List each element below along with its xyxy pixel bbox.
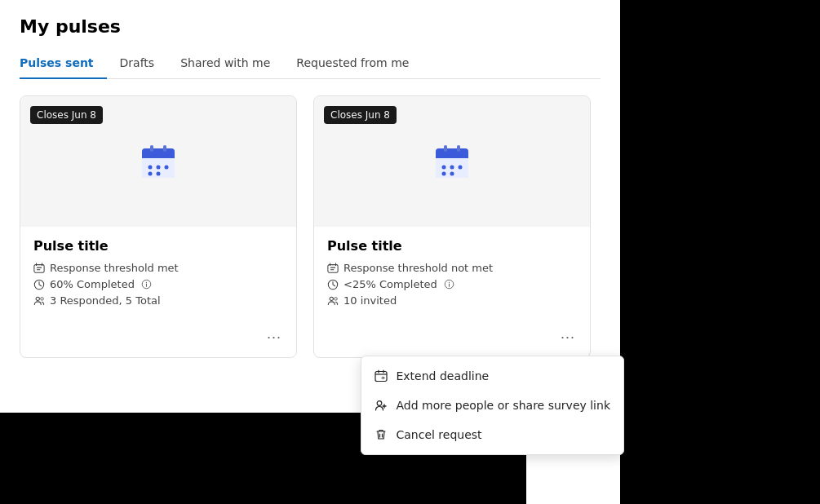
card-body-2: Pulse title Response threshold not met	[314, 227, 590, 321]
card-body-1: Pulse title Response threshold met	[20, 227, 296, 321]
card-stat-threshold-text-2: Response threshold not met	[344, 262, 493, 274]
svg-point-6	[157, 166, 161, 170]
card-stat-threshold-1: Response threshold met	[33, 262, 283, 274]
cancel-request-label: Cancel request	[396, 428, 481, 441]
card-title-2: Pulse title	[327, 238, 577, 254]
card-stat-completed-1: 60% Completed	[33, 278, 283, 290]
svg-point-8	[148, 172, 153, 176]
svg-rect-30	[457, 145, 460, 152]
card-stat-completed-text-1: 60% Completed	[50, 278, 135, 290]
card-image-1: Closes Jun 8	[20, 96, 296, 227]
card-footer-1: ···	[20, 321, 296, 357]
pulse-card-1: Closes Jun 8	[20, 95, 297, 358]
add-people-label: Add more people or share survey link	[396, 399, 610, 412]
person-add-icon	[375, 399, 388, 412]
threshold-met-icon	[33, 263, 45, 274]
people-icon-1	[33, 295, 45, 307]
tab-drafts[interactable]: Drafts	[107, 50, 168, 79]
card-badge-2: Closes Jun 8	[324, 106, 397, 124]
info-icon-2	[444, 279, 454, 290]
card-stat-people-1: 3 Responded, 5 Total	[33, 294, 283, 307]
card-stat-threshold-text-1: Response threshold met	[50, 262, 179, 274]
extend-deadline-label: Extend deadline	[396, 369, 489, 382]
tab-requested-from-me[interactable]: Requested from me	[283, 50, 422, 79]
svg-point-39	[378, 401, 383, 406]
tab-pulses-sent[interactable]: Pulses sent	[20, 50, 107, 79]
svg-point-25	[450, 166, 454, 170]
svg-point-15	[146, 282, 147, 283]
svg-point-37	[335, 297, 338, 300]
svg-rect-11	[163, 145, 166, 152]
tab-shared-with-me[interactable]: Shared with me	[167, 50, 283, 79]
threshold-not-met-icon	[327, 263, 339, 274]
pulse-card-2: Closes Jun 8 Pulse title	[313, 95, 591, 358]
svg-point-24	[442, 166, 446, 170]
context-menu: Extend deadline Add more people or share…	[361, 356, 624, 455]
calendar-icon-2	[432, 142, 472, 181]
svg-point-34	[449, 282, 450, 283]
calendar-icon-1	[139, 142, 178, 181]
card-stat-people-text-1: 3 Responded, 5 Total	[50, 294, 161, 307]
context-menu-cancel-request[interactable]: Cancel request	[361, 420, 623, 449]
svg-point-7	[165, 166, 169, 170]
card-stat-people-text-2: 10 invited	[344, 294, 397, 307]
card-title-1: Pulse title	[33, 238, 283, 254]
svg-rect-38	[375, 372, 387, 382]
trash-icon	[375, 428, 388, 441]
card-image-2: Closes Jun 8	[314, 96, 590, 227]
card-stat-completed-text-2: <25% Completed	[344, 278, 437, 290]
svg-point-5	[148, 166, 153, 170]
svg-point-26	[459, 166, 463, 170]
svg-rect-12	[34, 264, 44, 272]
card-footer-2: ···	[314, 321, 590, 357]
more-button-1[interactable]: ···	[262, 325, 286, 349]
page-title: My pulses	[20, 16, 601, 37]
completed-icon-1	[33, 279, 45, 290]
tabs-bar: Pulses sent Drafts Shared with me Reques…	[20, 50, 601, 79]
calendar-edit-icon	[375, 369, 388, 382]
context-menu-add-people[interactable]: Add more people or share survey link	[361, 391, 623, 420]
svg-point-28	[450, 172, 454, 176]
more-button-2[interactable]: ···	[556, 325, 580, 349]
svg-point-36	[330, 297, 333, 300]
svg-point-18	[41, 297, 44, 300]
card-stat-threshold-2: Response threshold not met	[327, 262, 577, 274]
svg-rect-31	[328, 264, 338, 272]
svg-point-27	[442, 172, 446, 176]
cards-container: Closes Jun 8	[20, 95, 601, 358]
svg-rect-10	[150, 145, 153, 152]
card-badge-1: Closes Jun 8	[30, 106, 103, 124]
card-stat-people-2: 10 invited	[327, 294, 577, 307]
overlay-right	[620, 0, 820, 504]
svg-point-17	[36, 297, 39, 300]
people-icon-2	[327, 295, 339, 307]
card-stat-completed-2: <25% Completed	[327, 278, 577, 290]
context-menu-extend-deadline[interactable]: Extend deadline	[361, 361, 623, 391]
info-icon-1	[141, 279, 152, 290]
svg-point-9	[157, 172, 161, 176]
completed-icon-2	[327, 279, 339, 290]
svg-rect-29	[444, 145, 447, 152]
